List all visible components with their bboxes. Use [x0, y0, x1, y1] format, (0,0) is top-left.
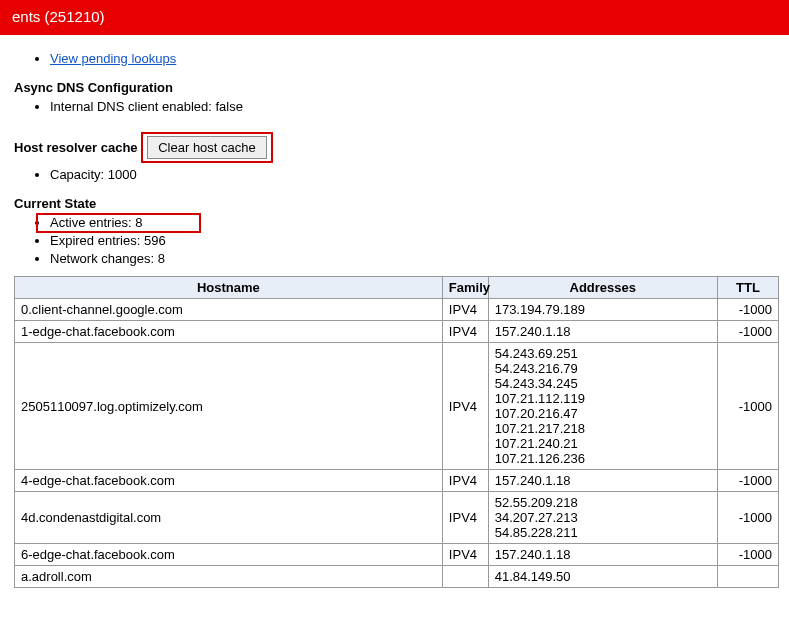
cell-addresses: 54.243.69.25154.243.216.7954.243.34.2451… — [488, 343, 717, 470]
cell-ttl — [717, 566, 778, 588]
cell-hostname: a.adroll.com — [15, 566, 443, 588]
top-bar: ents (251210) — [0, 0, 789, 35]
address-value: 41.84.149.50 — [495, 569, 711, 584]
table-row: 1-edge-chat.facebook.comIPV4157.240.1.18… — [15, 321, 779, 343]
list-item: Network changes: 8 — [50, 251, 779, 266]
address-value: 157.240.1.18 — [495, 324, 711, 339]
address-value: 54.243.34.245 — [495, 376, 711, 391]
top-bar-title: ents (251210) — [12, 8, 105, 25]
capacity-value: 1000 — [108, 167, 137, 182]
cell-addresses: 157.240.1.18 — [488, 470, 717, 492]
expired-entries-label: Expired entries: — [50, 233, 144, 248]
expired-entries-value: 596 — [144, 233, 166, 248]
network-changes-label: Network changes: — [50, 251, 158, 266]
host-resolver-label: Host resolver cache — [14, 140, 138, 155]
host-resolver-row: Host resolver cache Clear host cache — [14, 132, 779, 163]
address-value: 157.240.1.18 — [495, 473, 711, 488]
list-item: View pending lookups — [50, 51, 779, 66]
address-value: 107.21.240.21 — [495, 436, 711, 451]
view-pending-lookups-link[interactable]: View pending lookups — [50, 51, 176, 66]
cell-family: IPV4 — [442, 321, 488, 343]
cell-hostname: 1-edge-chat.facebook.com — [15, 321, 443, 343]
address-value: 34.207.27.213 — [495, 510, 711, 525]
cell-hostname: 4d.condenastdigital.com — [15, 492, 443, 544]
cell-family: IPV4 — [442, 470, 488, 492]
table-row: a.adroll.com41.84.149.50 — [15, 566, 779, 588]
address-value: 54.243.216.79 — [495, 361, 711, 376]
address-value: 52.55.209.218 — [495, 495, 711, 510]
col-ttl: TTL — [717, 277, 778, 299]
address-value: 157.240.1.18 — [495, 547, 711, 562]
current-state-title: Current State — [14, 196, 779, 211]
address-value: 107.20.216.47 — [495, 406, 711, 421]
cell-family: IPV4 — [442, 544, 488, 566]
address-value: 107.21.112.119 — [495, 391, 711, 406]
cell-hostname: 4-edge-chat.facebook.com — [15, 470, 443, 492]
cell-ttl: -1000 — [717, 299, 778, 321]
col-addresses: Addresses — [488, 277, 717, 299]
cell-ttl: -1000 — [717, 343, 778, 470]
network-changes-value: 8 — [158, 251, 165, 266]
main-content: View pending lookups Async DNS Configura… — [0, 35, 789, 598]
cell-ttl: -1000 — [717, 321, 778, 343]
address-value: 54.85.228.211 — [495, 525, 711, 540]
address-value: 173.194.79.189 — [495, 302, 711, 317]
list-item: Expired entries: 596 — [50, 233, 779, 248]
list-item: Capacity: 1000 — [50, 167, 779, 182]
cell-hostname: 6-edge-chat.facebook.com — [15, 544, 443, 566]
address-value: 54.243.69.251 — [495, 346, 711, 361]
list-item: Internal DNS client enabled: false — [50, 99, 779, 114]
cell-addresses: 157.240.1.18 — [488, 544, 717, 566]
cell-ttl: -1000 — [717, 492, 778, 544]
state-list: Active entries: 8 Expired entries: 596 N… — [14, 215, 779, 266]
internal-dns-label: Internal DNS client enabled: — [50, 99, 215, 114]
clear-cache-highlight: Clear host cache — [141, 132, 273, 163]
table-row: 4-edge-chat.facebook.comIPV4157.240.1.18… — [15, 470, 779, 492]
table-row: 0.client-channel.google.comIPV4173.194.7… — [15, 299, 779, 321]
table-row: 6-edge-chat.facebook.comIPV4157.240.1.18… — [15, 544, 779, 566]
address-value: 107.21.217.218 — [495, 421, 711, 436]
cell-addresses: 157.240.1.18 — [488, 321, 717, 343]
list-item: Active entries: 8 — [50, 215, 779, 230]
cell-addresses: 41.84.149.50 — [488, 566, 717, 588]
async-dns-title: Async DNS Configuration — [14, 80, 779, 95]
cell-ttl: -1000 — [717, 470, 778, 492]
col-hostname: Hostname — [15, 277, 443, 299]
cell-family: IPV4 — [442, 343, 488, 470]
internal-dns-value: false — [215, 99, 242, 114]
capacity-list: Capacity: 1000 — [14, 167, 779, 182]
active-entries-value: 8 — [135, 215, 142, 230]
active-entries-label: Active entries: — [50, 215, 135, 230]
table-row: 4d.condenastdigital.comIPV452.55.209.218… — [15, 492, 779, 544]
cell-addresses: 52.55.209.21834.207.27.21354.85.228.211 — [488, 492, 717, 544]
table-header-row: Hostname Family Addresses TTL — [15, 277, 779, 299]
links-list: View pending lookups — [14, 51, 779, 66]
cell-family — [442, 566, 488, 588]
capacity-label: Capacity: — [50, 167, 108, 182]
dns-cache-table: Hostname Family Addresses TTL 0.client-c… — [14, 276, 779, 588]
cell-ttl: -1000 — [717, 544, 778, 566]
cell-family: IPV4 — [442, 299, 488, 321]
table-row: 2505110097.log.optimizely.comIPV454.243.… — [15, 343, 779, 470]
col-family: Family — [442, 277, 488, 299]
cell-family: IPV4 — [442, 492, 488, 544]
address-value: 107.21.126.236 — [495, 451, 711, 466]
cell-hostname: 2505110097.log.optimizely.com — [15, 343, 443, 470]
cell-addresses: 173.194.79.189 — [488, 299, 717, 321]
async-dns-list: Internal DNS client enabled: false — [14, 99, 779, 114]
cell-hostname: 0.client-channel.google.com — [15, 299, 443, 321]
clear-host-cache-button[interactable]: Clear host cache — [147, 136, 267, 159]
